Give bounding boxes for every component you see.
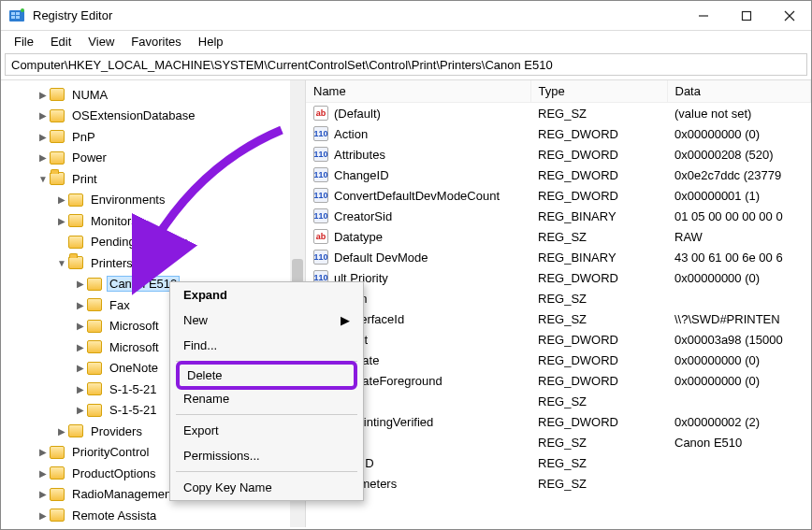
caret-right-icon[interactable]: ▶ — [55, 216, 68, 226]
caret-right-icon[interactable]: ▶ — [74, 342, 87, 352]
caret-right-icon[interactable]: ▶ — [55, 194, 68, 205]
menu-file[interactable]: File — [7, 33, 41, 50]
caret-right-icon[interactable]: ▶ — [36, 447, 50, 457]
caret-right-icon[interactable]: ▶ — [36, 152, 50, 163]
value-type: REG_DWORD — [530, 329, 667, 350]
caret-down-icon[interactable]: ▼ — [36, 174, 50, 184]
table-row[interactable]: abctGUIDREG_SZ — [306, 452, 811, 473]
ctx-export[interactable]: Export — [170, 418, 363, 443]
tree-item[interactable]: OneNote — [108, 361, 160, 375]
table-row[interactable]: abeREG_SZCanon E510 — [306, 432, 811, 452]
table-row[interactable]: abDatatypeREG_SZRAW — [306, 226, 811, 247]
ctx-copykey[interactable]: Copy Key Name — [170, 475, 363, 500]
svg-rect-3 — [11, 16, 15, 19]
table-row[interactable]: ab(Default)REG_SZ(value not set) — [306, 103, 811, 124]
close-button[interactable] — [768, 1, 811, 31]
table-row[interactable]: abParametersREG_SZ — [306, 473, 811, 494]
tree-item[interactable]: PnP — [70, 130, 97, 144]
caret-right-icon[interactable]: ▶ — [36, 468, 50, 479]
col-name[interactable]: Name — [306, 80, 530, 103]
col-type[interactable]: Type — [530, 80, 667, 103]
caret-right-icon[interactable]: ▶ — [74, 384, 87, 394]
col-data[interactable]: Data — [667, 80, 811, 103]
folder-open-icon — [68, 256, 83, 269]
table-row[interactable]: 110yUpdateForegroundREG_DWORD0x00000000 … — [306, 370, 811, 391]
table-row[interactable]: 110meoutREG_DWORD0x00003a98 (15000 — [306, 329, 811, 350]
caret-right-icon[interactable]: ▶ — [36, 110, 50, 121]
table-row[interactable]: 110ConvertDefaultDevModeCountREG_DWORD0x… — [306, 185, 811, 206]
value-list[interactable]: Name Type Data ab(Default)REG_SZ(value n… — [306, 80, 811, 527]
table-row[interactable]: abriptionREG_SZ — [306, 288, 811, 308]
regedit-app-icon — [8, 7, 25, 24]
ctx-rename[interactable]: Rename — [170, 386, 363, 411]
tree-item[interactable]: RadioManagement — [70, 487, 177, 501]
caret-right-icon[interactable]: ▶ — [74, 300, 87, 310]
ctx-expand[interactable]: Expand — [170, 282, 363, 308]
ctx-new[interactable]: New▶ — [170, 308, 363, 333]
tree-item[interactable]: PriorityControl — [70, 445, 151, 459]
tree-item[interactable]: Monitors — [89, 214, 139, 228]
caret-right-icon[interactable]: ▶ — [36, 510, 50, 521]
table-row[interactable]: 110ernPrintingVerifiedREG_DWORD0x0000000… — [306, 411, 811, 432]
folder-icon — [87, 362, 102, 375]
table-row[interactable]: 110ChangeIDREG_DWORD0x0e2c7ddc (23779 — [306, 165, 811, 185]
menu-edit[interactable]: Edit — [43, 33, 79, 50]
tree-item[interactable]: Microsoft — [108, 340, 161, 354]
tree-item-selected[interactable]: Canon E510 — [108, 277, 179, 291]
ctx-permissions[interactable]: Permissions... — [170, 443, 363, 468]
tree-item[interactable]: S-1-5-21 — [108, 403, 159, 417]
caret-down-icon[interactable]: ▼ — [55, 258, 68, 268]
binary-value-icon: 110 — [313, 167, 328, 182]
table-row[interactable]: abceInterfaceIdREG_SZ\\?\SWD#PRINTEN — [306, 308, 811, 329]
tree-item[interactable]: OSExtensionDatabase — [70, 108, 197, 122]
table-row[interactable]: 110yUpdateREG_DWORD0x00000000 (0) — [306, 350, 811, 370]
table-row[interactable]: 110AttributesREG_DWORD0x00000208 (520) — [306, 144, 811, 165]
folder-icon — [68, 424, 83, 437]
address-bar[interactable]: Computer\HKEY_LOCAL_MACHINE\SYSTEM\Curre… — [5, 53, 807, 76]
submenu-arrow-icon: ▶ — [341, 313, 350, 327]
tree-item[interactable]: S-1-5-21 — [108, 382, 159, 396]
value-type: REG_DWORD — [530, 370, 667, 391]
folder-icon — [50, 88, 65, 101]
menu-view[interactable]: View — [80, 33, 122, 50]
table-row[interactable]: 110ult PriorityREG_DWORD0x00000000 (0) — [306, 267, 811, 288]
caret-right-icon[interactable]: ▶ — [74, 321, 87, 331]
ctx-find[interactable]: Find... — [170, 333, 363, 358]
caret-right-icon[interactable]: ▶ — [36, 489, 50, 499]
tree-item[interactable]: PendingUpgrades — [89, 235, 190, 249]
tree-item[interactable]: Fax — [108, 298, 132, 312]
menu-help[interactable]: Help — [191, 33, 231, 50]
tree-item[interactable]: Remote Assista — [70, 509, 158, 523]
menu-favorites[interactable]: Favorites — [123, 33, 188, 50]
caret-right-icon[interactable]: ▶ — [74, 279, 87, 289]
caret-right-icon[interactable]: ▶ — [36, 90, 50, 100]
value-name: Action — [334, 127, 368, 141]
caret-right-icon[interactable]: ▶ — [55, 426, 68, 437]
tree-item[interactable]: ProductOptions — [70, 466, 158, 480]
tree-item[interactable]: Microsoft — [108, 319, 161, 333]
tree-item[interactable]: Print — [70, 172, 99, 186]
window-title: Registry Editor — [33, 8, 682, 22]
tree-item[interactable]: Providers — [89, 424, 144, 438]
caret-right-icon[interactable]: ▶ — [74, 363, 87, 373]
tree-item[interactable]: Printers — [89, 256, 135, 270]
tree-item[interactable]: NUMA — [70, 88, 109, 102]
minimize-button[interactable] — [682, 1, 725, 31]
value-data: \\?\SWD#PRINTEN — [667, 308, 811, 329]
folder-icon — [50, 151, 65, 165]
table-row[interactable]: abtionREG_SZ — [306, 391, 811, 411]
value-type: REG_DWORD — [530, 411, 667, 432]
table-row[interactable]: 110Default DevModeREG_BINARY43 00 61 00 … — [306, 247, 811, 267]
caret-right-icon[interactable]: ▶ — [74, 405, 87, 415]
tree-item[interactable]: Environments — [89, 193, 167, 207]
title-bar: Registry Editor — [1, 1, 811, 31]
value-type: REG_SZ — [530, 308, 667, 329]
content-pane: ▶NUMA ▶OSExtensionDatabase ▶PnP ▶Power ▼… — [1, 79, 811, 527]
table-row[interactable]: 110CreatorSidREG_BINARY01 05 00 00 00 00… — [306, 206, 811, 226]
maximize-button[interactable] — [725, 1, 768, 31]
caret-right-icon[interactable]: ▶ — [36, 132, 50, 142]
context-menu: Expand New▶ Find... Delete Rename Export… — [169, 281, 364, 501]
value-data: 0x00000000 (0) — [667, 350, 811, 370]
table-row[interactable]: 110ActionREG_DWORD0x00000000 (0) — [306, 123, 811, 144]
tree-item[interactable]: Power — [70, 150, 109, 165]
